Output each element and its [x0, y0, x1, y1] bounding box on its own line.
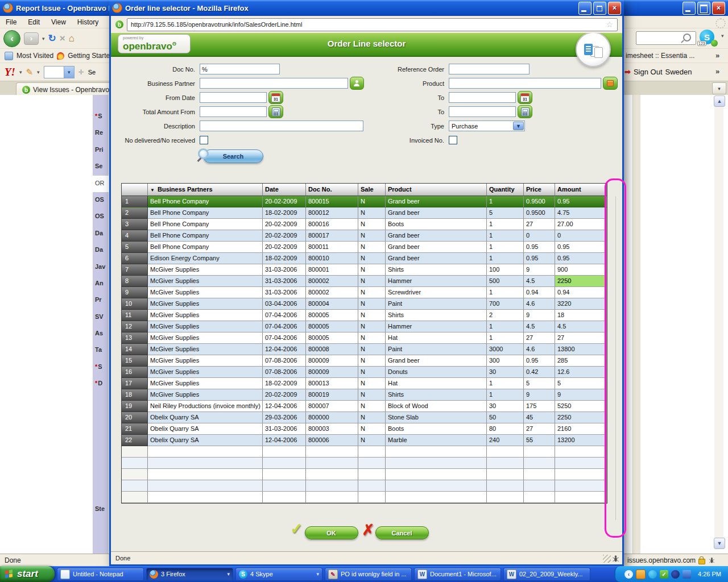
network-icon[interactable]: [682, 570, 691, 579]
table-row[interactable]: 2Bell Phone Company18-02-2009800012NGran…: [122, 207, 607, 219]
doc-no-input[interactable]: [200, 64, 280, 74]
minimize-button[interactable]: [578, 2, 592, 15]
table-row[interactable]: 7McGiver Supplies31-03-2006800001NShirts…: [122, 264, 607, 276]
total-amount-from-input[interactable]: [200, 106, 267, 117]
chevron-down-icon[interactable]: ▾: [64, 66, 74, 78]
resize-grip[interactable]: [603, 555, 611, 563]
timesheet-tab-label[interactable]: imesheet :: Essentia ...: [626, 52, 694, 60]
taskbar-button[interactable]: ✎PO id wronlgy field in ...: [325, 568, 412, 581]
column-header-quantity[interactable]: Quantity: [487, 184, 524, 196]
start-button[interactable]: start: [0, 566, 55, 582]
yahoo-dropdown-icon[interactable]: ▾: [19, 69, 22, 75]
bookmark-star-icon[interactable]: ☆: [606, 20, 613, 29]
clock-icon[interactable]: [636, 569, 646, 579]
chevron-down-icon[interactable]: ▼: [513, 122, 524, 130]
taskbar-button[interactable]: 3 Firefox▾: [146, 568, 233, 581]
table-row[interactable]: 17McGiver Supplies18-02-2009800013NHat15…: [122, 378, 607, 389]
amount-from-calculator-button[interactable]: [268, 105, 283, 118]
maximize-button[interactable]: [697, 2, 710, 15]
table-row[interactable]: 20Obelix Quarry SA29-03-2006800000NStone…: [122, 412, 607, 423]
url-input[interactable]: http://79.125.56.185/openbravotrunk/info…: [127, 18, 618, 31]
menu-view[interactable]: View: [51, 18, 66, 26]
table-row[interactable]: 12McGiver Supplies07-04-2006800005NHamme…: [122, 321, 607, 332]
scrollbar-track[interactable]: [714, 106, 723, 538]
minimize-button[interactable]: [682, 2, 696, 15]
table-row[interactable]: 8McGiver Supplies31-03-2006800002NHammer…: [122, 276, 607, 287]
column-header-price[interactable]: Price: [524, 184, 555, 196]
menu-history[interactable]: History: [77, 18, 98, 26]
taskbar-button[interactable]: Untitled - Notepad: [57, 568, 144, 581]
product-input[interactable]: [449, 78, 601, 89]
stop-icon[interactable]: ×: [60, 34, 65, 43]
most-visited-link[interactable]: Most Visited: [16, 52, 53, 60]
table-row[interactable]: 11McGiver Supplies07-04-2006800005NShirt…: [122, 310, 607, 321]
product-picker-button[interactable]: [603, 77, 618, 90]
history-dropdown-icon[interactable]: ▾: [42, 36, 45, 41]
list-all-tabs-button[interactable]: ▾: [712, 82, 726, 94]
security-check-icon[interactable]: ✓: [660, 570, 668, 579]
table-row[interactable]: 10McGiver Supplies03-04-2006800004NPaint…: [122, 298, 607, 310]
table-row[interactable]: 6Edison Energy Company18-02-2009800010NG…: [122, 253, 607, 264]
overflow-chevron-icon[interactable]: »: [715, 51, 719, 60]
ok-button[interactable]: ✓ OK: [305, 526, 358, 539]
taskbar-button[interactable]: WDocument1 - Microsof...: [414, 568, 501, 581]
type-select[interactable]: Purchase ▼: [449, 120, 525, 131]
table-row[interactable]: 4Bell Phone Company20-02-2009800017NGran…: [122, 230, 607, 242]
amount-to-calculator-button[interactable]: [518, 105, 532, 118]
table-row[interactable]: 1Bell Phone Company20-02-2009800015NGran…: [122, 196, 607, 207]
sign-out-link[interactable]: Sign Out: [634, 68, 663, 76]
forward-button[interactable]: ›: [24, 32, 39, 45]
table-row[interactable]: 19Neil Riley Productions (invoice monthl…: [122, 401, 607, 412]
table-row[interactable]: 3Bell Phone Company20-02-2009800016NBoot…: [122, 219, 607, 230]
table-row[interactable]: 16McGiver Supplies07-08-2006800009NDonut…: [122, 367, 607, 378]
collapse-chevron-icon[interactable]: ‹: [624, 570, 633, 579]
menu-file[interactable]: File: [6, 18, 16, 26]
column-header-rownum[interactable]: [122, 184, 148, 196]
search-input[interactable]: [636, 31, 696, 45]
to-date-input[interactable]: [449, 92, 516, 103]
from-date-input[interactable]: [200, 92, 267, 103]
scroll-up-button[interactable]: ▲: [714, 95, 725, 107]
table-row[interactable]: 22Obelix Quarry SA12-04-2006800006NMarbl…: [122, 435, 607, 446]
column-header-amount[interactable]: Amount: [555, 184, 607, 196]
reload-icon[interactable]: ↻: [48, 34, 56, 43]
menu-edit[interactable]: Edit: [28, 18, 40, 26]
pencil-dropdown-icon[interactable]: ▾: [37, 69, 40, 75]
column-header-date[interactable]: Date: [263, 184, 306, 196]
table-row[interactable]: 14McGiver Supplies12-04-2006800008NPaint…: [122, 344, 607, 355]
toolbar-dropdown-icon[interactable]: ▾: [721, 33, 724, 39]
table-row[interactable]: 15McGiver Supplies07-08-2006800009NGrand…: [122, 355, 607, 367]
pencil-icon[interactable]: ✎: [26, 67, 34, 77]
overflow-chevron-icon[interactable]: »: [715, 67, 719, 76]
locale-label[interactable]: Sweden: [665, 68, 692, 76]
invoiced-no-checkbox[interactable]: [449, 136, 457, 144]
messenger-icon[interactable]: [648, 570, 657, 579]
column-header-product[interactable]: Product: [386, 184, 487, 196]
getting-started-link[interactable]: Getting Started: [68, 52, 114, 60]
column-header-doc-no-[interactable]: Doc No.: [306, 184, 358, 196]
dropdown-arrow-icon[interactable]: ▾: [316, 571, 319, 577]
popup-titlebar[interactable]: Order line selector - Mozilla Firefox ×: [109, 0, 624, 16]
yahoo-logo[interactable]: Y!: [5, 66, 15, 78]
close-button[interactable]: ×: [608, 2, 621, 15]
taskbar-button[interactable]: S4 Skype▾: [235, 568, 322, 581]
no-delivered-checkbox[interactable]: [200, 136, 208, 144]
table-row[interactable]: 21Obelix Quarry SA31-03-2006800003NBoots…: [122, 423, 607, 435]
search-button[interactable]: Search: [203, 149, 263, 163]
home-icon[interactable]: ⌂: [69, 34, 75, 43]
back-button[interactable]: ‹: [3, 30, 20, 47]
table-row[interactable]: 13McGiver Supplies07-04-2006800005NHat12…: [122, 332, 607, 344]
description-input[interactable]: [200, 120, 363, 131]
yahoo-search-select[interactable]: ▾: [44, 66, 75, 78]
from-date-calendar-button[interactable]: 31: [268, 91, 283, 104]
to-amount-input[interactable]: [449, 106, 516, 117]
table-row[interactable]: 9McGiver Supplies31-03-2006800002NScrewd…: [122, 287, 607, 298]
table-row[interactable]: 18McGiver Supplies20-02-2009800019NShirt…: [122, 389, 607, 401]
business-partner-input[interactable]: [200, 78, 348, 89]
dropdown-arrow-icon[interactable]: ▾: [227, 571, 230, 577]
globe-icon[interactable]: [671, 570, 680, 579]
scroll-down-button[interactable]: ▼: [714, 538, 725, 549]
taskbar-button[interactable]: W02_20_2009_Weekly...: [503, 568, 590, 581]
column-header-sale[interactable]: Sale: [358, 184, 386, 196]
table-row[interactable]: 5Bell Phone Company20-02-2009800011NGran…: [122, 242, 607, 253]
